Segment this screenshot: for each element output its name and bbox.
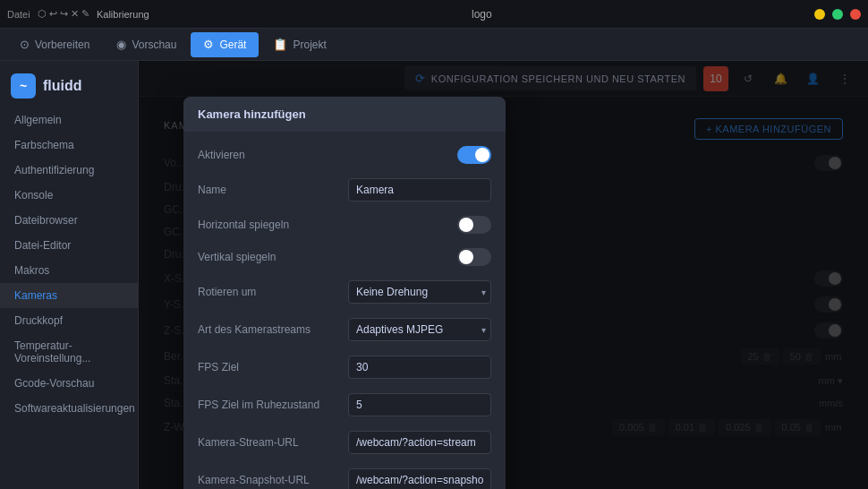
sidebar: ~ fluidd Allgemein Farbschema Authentifi… xyxy=(0,61,139,489)
modal-body: Aktivieren Name Horizontal spiegeln xyxy=(183,132,506,489)
sidebar-item-gcode[interactable]: Gcode-Vorschau xyxy=(0,371,138,396)
sidebar-item-makros[interactable]: Makros xyxy=(0,258,138,283)
top-bar-icons: ⬡ ↩ ↪ ✕ ✎ xyxy=(38,8,89,20)
modal-row-rotieren: Rotieren um Keine Drehung 90° 180° 270° … xyxy=(183,273,506,311)
modal-row-stream: Art des Kamerastreams Adaptives MJPEG MJ… xyxy=(183,311,506,348)
modal-label-name: Name xyxy=(198,184,226,196)
modal-overlay: Kamera hinzufügen Aktivieren Name Hori xyxy=(139,61,868,489)
top-bar-label: Kalibrierung xyxy=(97,9,149,20)
modal-row-vertikal: Vertikal spiegeln xyxy=(183,241,506,273)
rotieren-select[interactable]: Keine Drehung 90° 180° 270° xyxy=(348,280,491,304)
sidebar-item-temperatur[interactable]: Temperatur-Voreinstellung... xyxy=(0,333,138,371)
vorbereiten-icon: ⊙ xyxy=(20,38,30,51)
modal-label-vertikal: Vertikal spiegeln xyxy=(198,251,276,263)
sidebar-item-kameras[interactable]: Kameras xyxy=(0,283,138,308)
window-maximize[interactable] xyxy=(832,9,843,20)
top-bar-left: Datei ⬡ ↩ ↪ ✕ ✎ Kalibrierung xyxy=(7,8,149,20)
modal-label-stream-url: Kamera-Stream-URL xyxy=(198,436,299,449)
sidebar-item-dateibrowser[interactable]: Dateibrowser xyxy=(0,208,138,233)
add-camera-modal: Kamera hinzufügen Aktivieren Name Hori xyxy=(183,97,506,489)
modal-label-horizontal: Horizontal spiegeln xyxy=(198,219,289,231)
modal-row-aktivieren: Aktivieren xyxy=(183,139,506,171)
modal-row-name: Name xyxy=(183,171,506,209)
stream-select[interactable]: Adaptives MJPEG MJPEG HLS xyxy=(348,318,491,341)
content-area: ⟳ KONFIGURATION SPEICHERN UND NEU STARTE… xyxy=(139,61,868,489)
modal-header: Kamera hinzufügen xyxy=(183,97,506,132)
modal-row-fps: FPS Ziel xyxy=(183,348,506,386)
logo-text: fluidd xyxy=(43,78,82,94)
modal-label-fps-ruhe: FPS Ziel im Ruhezustand xyxy=(198,399,319,411)
modal-row-stream-url: Kamera-Stream-URL xyxy=(183,424,506,461)
modal-label-stream: Art des Kamerastreams xyxy=(198,323,311,336)
fps-ruhe-input[interactable] xyxy=(348,393,491,416)
window-close[interactable] xyxy=(850,9,861,20)
stream-url-input[interactable] xyxy=(348,431,491,454)
tab-vorschau[interactable]: ◉ Vorschau xyxy=(104,32,189,57)
tab-projekt[interactable]: 📋 Projekt xyxy=(260,32,338,57)
fps-input[interactable] xyxy=(348,356,491,379)
projekt-icon: 📋 xyxy=(273,38,287,51)
window-title: logo xyxy=(472,8,492,21)
tab-vorbereiten[interactable]: ⊙ Vorbereiten xyxy=(7,32,102,57)
vorschau-icon: ◉ xyxy=(116,38,126,51)
menu-datei[interactable]: Datei xyxy=(7,9,30,20)
rotieren-wrapper: Keine Drehung 90° 180° 270° ▾ xyxy=(348,280,491,304)
name-input[interactable] xyxy=(348,178,491,202)
logo-icon: ~ xyxy=(11,73,36,99)
modal-row-snapshot-url: Kamera-Snapshot-URL xyxy=(183,461,506,489)
toggle-horizontal[interactable] xyxy=(457,216,491,234)
sidebar-logo: ~ fluidd xyxy=(0,68,138,107)
snapshot-url-input[interactable] xyxy=(348,468,491,489)
modal-label-rotieren: Rotieren um xyxy=(198,286,256,298)
modal-label-snapshot-url: Kamera-Snapshot-URL xyxy=(198,474,310,486)
gerat-icon: ⚙ xyxy=(203,38,214,51)
sidebar-item-allgemein[interactable]: Allgemein xyxy=(0,107,138,133)
nav-tabs: ⊙ Vorbereiten ◉ Vorschau ⚙ Gerät 📋 Proje… xyxy=(0,29,868,61)
top-bar-right xyxy=(814,9,861,20)
stream-wrapper: Adaptives MJPEG MJPEG HLS ▾ xyxy=(348,318,491,341)
sidebar-item-auth[interactable]: Authentifizierung xyxy=(0,158,138,183)
modal-label-fps: FPS Ziel xyxy=(198,361,239,373)
sidebar-item-druckkopf[interactable]: Druckkopf xyxy=(0,308,138,333)
toggle-aktivieren[interactable] xyxy=(457,146,491,164)
sidebar-item-dateieditor[interactable]: Datei-Editor xyxy=(0,233,138,258)
sidebar-item-software[interactable]: Softwareaktualisierungen xyxy=(0,396,138,421)
window-minimize[interactable] xyxy=(814,9,825,20)
top-bar: Datei ⬡ ↩ ↪ ✕ ✎ Kalibrierung logo xyxy=(0,0,868,29)
modal-row-horizontal: Horizontal spiegeln xyxy=(183,209,506,241)
main-layout: ~ fluidd Allgemein Farbschema Authentifi… xyxy=(0,61,868,489)
sidebar-item-farbschema[interactable]: Farbschema xyxy=(0,133,138,158)
toggle-vertikal[interactable] xyxy=(457,248,491,266)
modal-label-aktivieren: Aktivieren xyxy=(198,149,245,161)
modal-row-fps-ruhe: FPS Ziel im Ruhezustand xyxy=(183,386,506,424)
tab-gerat[interactable]: ⚙ Gerät xyxy=(191,32,259,57)
sidebar-item-konsole[interactable]: Konsole xyxy=(0,183,138,208)
